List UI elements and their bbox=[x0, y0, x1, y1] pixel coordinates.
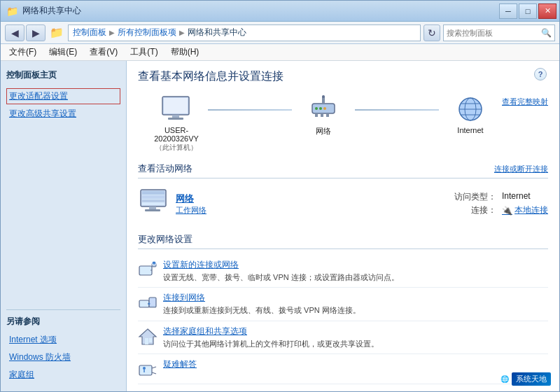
title-bar-left: 📁 网络和共享中心 bbox=[6, 5, 81, 17]
network-info: 网络 工作网络 bbox=[176, 192, 447, 216]
svg-line-42 bbox=[152, 367, 156, 368]
network-line-1 bbox=[208, 109, 292, 111]
sidebar-link-advanced-sharing[interactable]: 更改高级共享设置 bbox=[6, 106, 120, 122]
network-node-computer: USER-20200326VY （此计算机） bbox=[145, 94, 208, 153]
sidebar-link-homegroup[interactable]: 家庭组 bbox=[6, 367, 120, 383]
refresh-button[interactable]: ↻ bbox=[424, 24, 440, 41]
settings-item-troubleshoot: 疑难解答 bbox=[138, 354, 548, 384]
connect-disconnect-link[interactable]: 连接或断开连接 bbox=[494, 164, 548, 174]
svg-text:+: + bbox=[153, 262, 155, 266]
sidebar-section-title: 控制面板主页 bbox=[6, 68, 120, 83]
svg-rect-34 bbox=[150, 298, 155, 306]
forward-button[interactable]: ▶ bbox=[26, 24, 46, 41]
menu-file[interactable]: 文件(F) bbox=[4, 45, 42, 59]
homegroup-icon bbox=[138, 327, 158, 346]
breadcrumb-folder-icon: 📁 bbox=[50, 26, 64, 39]
settings-item-connect-network: 连接到网络 连接到或重新连接到无线、有线、拨号或 VPN 网络连接。 bbox=[138, 288, 548, 321]
svg-rect-21 bbox=[142, 195, 164, 199]
watermark: 🌐 系统天地 bbox=[500, 372, 551, 386]
settings-item-homegroup: 选择家庭组和共享选项 访问位于其他网络计算机上的文件和打印机，或更改共享设置。 bbox=[138, 321, 548, 354]
settings-item-new-connection: + 设置新的连接或网络 设置无线、宽带、拨号、临时或 VPN 连接；或设置路由器… bbox=[138, 255, 548, 288]
breadcrumb-sep-2: ▶ bbox=[179, 29, 185, 36]
internet-label: Internet bbox=[457, 126, 483, 134]
connection-value-text: 本地连接 bbox=[514, 204, 548, 216]
new-connection-desc: 设置无线、宽带、拨号、临时或 VPN 连接；或设置路由器或访问点。 bbox=[163, 273, 399, 281]
svg-point-6 bbox=[319, 107, 322, 110]
network-name[interactable]: 网络 bbox=[176, 192, 447, 205]
address-bar: ◀ ▶ 📁 控制面板 ▶ 所有控制面板项 ▶ 网络和共享中心 ↻ 🔍 bbox=[1, 22, 559, 44]
svg-rect-1 bbox=[164, 98, 188, 113]
new-connection-link[interactable]: 设置新的连接或网络 bbox=[163, 259, 548, 271]
troubleshoot-icon bbox=[138, 360, 158, 379]
window-title: 网络和共享中心 bbox=[22, 5, 81, 17]
back-button[interactable]: ◀ bbox=[5, 24, 24, 41]
svg-rect-23 bbox=[149, 206, 156, 209]
svg-point-44 bbox=[143, 367, 146, 370]
network-line-2 bbox=[355, 109, 439, 111]
menu-help[interactable]: 帮助(H) bbox=[165, 45, 205, 59]
change-settings-header: 更改网络设置 bbox=[138, 233, 548, 249]
refresh-icon: ↻ bbox=[428, 27, 436, 38]
computer-icon bbox=[157, 94, 196, 125]
search-bar[interactable]: 🔍 bbox=[443, 24, 555, 41]
settings-text-troubleshoot: 疑难解答 bbox=[163, 358, 548, 372]
router-label: 网络 bbox=[316, 126, 331, 136]
change-settings-title: 更改网络设置 bbox=[138, 233, 192, 246]
search-input[interactable] bbox=[447, 29, 538, 37]
maximize-button[interactable]: □ bbox=[519, 4, 537, 19]
svg-rect-24 bbox=[145, 209, 160, 211]
connect-network-desc: 连接到或重新连接到无线、有线、拨号或 VPN 网络连接。 bbox=[163, 306, 360, 314]
breadcrumb-all-panels[interactable]: 所有控制面板项 bbox=[118, 27, 176, 38]
active-network-icon bbox=[138, 188, 169, 219]
sidebar-link-internet-options[interactable]: Internet 选项 bbox=[6, 332, 120, 348]
breadcrumb-control-panel[interactable]: 控制面板 bbox=[73, 27, 106, 38]
svg-rect-39 bbox=[149, 338, 152, 342]
view-full-map-link[interactable]: 查看完整映射 bbox=[502, 94, 548, 107]
menu-bar: 文件(F) 编辑(E) 查看(V) 工具(T) 帮助(H) bbox=[1, 44, 559, 61]
access-type-label: 访问类型： bbox=[454, 191, 496, 203]
folder-icon: 📁 bbox=[6, 6, 18, 17]
troubleshoot-link[interactable]: 疑难解答 bbox=[163, 358, 548, 370]
help-icon[interactable]: ? bbox=[534, 68, 547, 80]
close-button[interactable]: ✕ bbox=[538, 4, 556, 19]
active-network-box: 网络 工作网络 访问类型： Internet 连接： 🔌 本地连接 bbox=[138, 184, 548, 223]
connection-label: 连接： bbox=[454, 204, 496, 216]
access-type-value: Internet bbox=[502, 191, 548, 203]
settings-text-homegroup: 选择家庭组和共享选项 访问位于其他网络计算机上的文件和打印机，或更改共享设置。 bbox=[163, 326, 548, 349]
title-bar-controls: ─ □ ✕ bbox=[499, 4, 556, 19]
network-type[interactable]: 工作网络 bbox=[176, 205, 447, 216]
forward-icon: ▶ bbox=[32, 27, 40, 38]
breadcrumb-sep-1: ▶ bbox=[109, 29, 115, 36]
computer-label: USER-20200326VY bbox=[145, 126, 208, 143]
settings-text-new-connection: 设置新的连接或网络 设置无线、宽带、拨号、临时或 VPN 连接；或设置路由器或访… bbox=[163, 259, 548, 283]
menu-view[interactable]: 查看(V) bbox=[84, 45, 123, 59]
sidebar-link-firewall[interactable]: Windows 防火墙 bbox=[6, 349, 120, 365]
sidebar-link-adapter-settings[interactable]: 更改适配器设置 bbox=[6, 88, 120, 104]
svg-rect-22 bbox=[142, 200, 164, 202]
menu-edit[interactable]: 编辑(E) bbox=[43, 45, 83, 59]
new-connection-icon: + bbox=[138, 260, 158, 280]
connect-network-link[interactable]: 连接到网络 bbox=[163, 292, 548, 304]
active-network-header: 查看活动网络 连接或断开连接 bbox=[138, 162, 548, 178]
computer-sublabel: （此计算机） bbox=[155, 143, 197, 153]
nav-buttons: ◀ ▶ bbox=[5, 24, 46, 41]
svg-rect-10 bbox=[315, 113, 318, 117]
breadcrumb-bar: 控制面板 ▶ 所有控制面板项 ▶ 网络和共享中心 bbox=[68, 24, 421, 41]
breadcrumb-current: 网络和共享中心 bbox=[188, 27, 246, 38]
sidebar: 控制面板主页 更改适配器设置 更改高级共享设置 另请参阅 Internet 选项… bbox=[1, 61, 127, 391]
svg-rect-11 bbox=[321, 113, 323, 117]
homegroup-link[interactable]: 选择家庭组和共享选项 bbox=[163, 326, 548, 337]
title-bar: 📁 网络和共享中心 ─ □ ✕ bbox=[1, 1, 559, 22]
svg-rect-26 bbox=[140, 267, 151, 274]
connection-value[interactable]: 🔌 本地连接 bbox=[502, 204, 548, 216]
connect-network-icon bbox=[138, 293, 158, 313]
menu-tools[interactable]: 工具(T) bbox=[125, 45, 163, 59]
network-diagram: USER-20200326VY （此计算机） bbox=[138, 94, 548, 153]
homegroup-desc: 访问位于其他网络计算机上的文件和打印机，或更改共享设置。 bbox=[163, 340, 379, 348]
minimize-button[interactable]: ─ bbox=[499, 4, 517, 19]
change-settings-section: 更改网络设置 + 设置新 bbox=[138, 233, 548, 384]
back-icon: ◀ bbox=[11, 27, 19, 38]
sidebar-also-title: 另请参阅 bbox=[6, 316, 120, 328]
svg-rect-32 bbox=[140, 301, 148, 307]
settings-text-connect-network: 连接到网络 连接到或重新连接到无线、有线、拨号或 VPN 网络连接。 bbox=[163, 292, 548, 316]
